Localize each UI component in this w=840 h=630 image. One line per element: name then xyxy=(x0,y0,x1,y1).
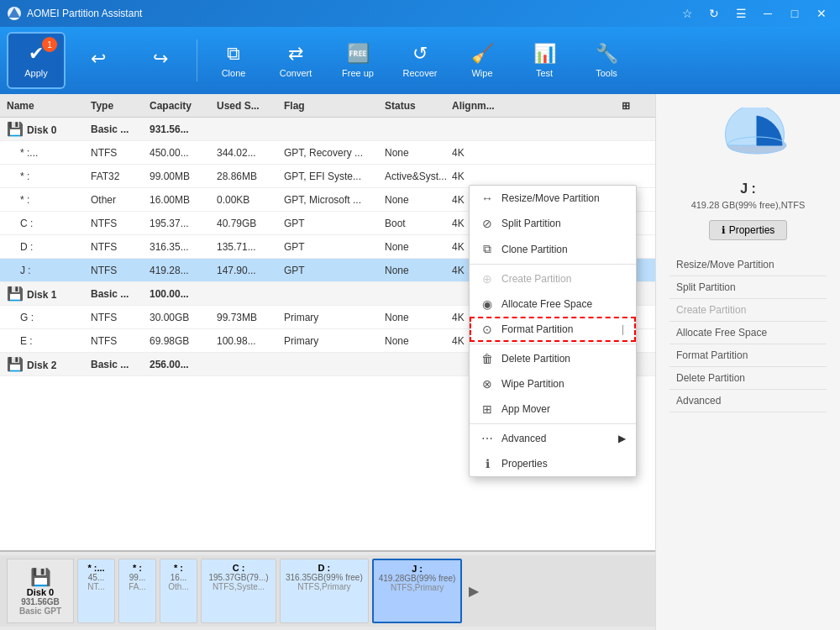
freeup-icon: 🆓 xyxy=(347,43,370,65)
freeup-button[interactable]: 🆓 Free up xyxy=(328,32,387,89)
cursor-indicator: │ xyxy=(621,325,626,334)
properties-button[interactable]: ℹ Properties xyxy=(709,220,788,240)
resize-icon: ↔ xyxy=(480,192,495,205)
ctx-properties-label: Properties xyxy=(501,458,548,470)
properties-icon: ℹ xyxy=(480,457,495,470)
recover-icon: ↺ xyxy=(412,43,428,65)
advanced-arrow-icon: ▶ xyxy=(618,433,626,444)
convert-button[interactable]: ⇄ Convert xyxy=(266,32,325,89)
ctx-clone[interactable]: ⧉ Clone Partition xyxy=(470,236,636,262)
ctx-format[interactable]: ⊙ Format Partition │ xyxy=(470,317,636,342)
window-controls: ☆ ↻ ☰ ─ □ ✕ xyxy=(675,4,833,23)
advanced-icon: ⋯ xyxy=(480,432,495,445)
ctx-resize[interactable]: ↔ Resize/Move Partition xyxy=(470,186,636,211)
maximize-button[interactable]: □ xyxy=(783,4,806,23)
right-menu-create[interactable]: Create Partition xyxy=(669,299,827,322)
disk-visual-container: 💾 Disk 0 931.56GB Basic GPT * :... 45...… xyxy=(0,550,655,630)
ctx-appmover[interactable]: ⊞ App Mover xyxy=(470,396,636,422)
ctx-advanced-label: Advanced xyxy=(501,433,546,444)
ctx-split-label: Split Partition xyxy=(501,218,561,229)
clone-button[interactable]: ⧉ Clone xyxy=(204,32,263,89)
tools-button[interactable]: 🔧 Tools xyxy=(577,32,636,89)
ctx-appmover-label: App Mover xyxy=(501,403,550,415)
appmover-icon: ⊞ xyxy=(480,402,495,416)
clone-icon: ⧉ xyxy=(480,242,495,256)
col-header-flag: Flag xyxy=(284,100,385,112)
wipe-button[interactable]: 🧹 Wipe xyxy=(453,32,512,89)
wipe-label: Wipe xyxy=(471,68,492,78)
redo-button[interactable]: ↪ xyxy=(131,32,190,89)
allocate-icon: ◉ xyxy=(480,297,495,311)
right-menu-format[interactable]: Format Partition xyxy=(669,344,827,367)
minimize-button[interactable]: ─ xyxy=(756,4,780,23)
main-area: Name Type Capacity Used S... Flag Status… xyxy=(0,94,840,630)
right-panel: J : 419.28 GB(99% free),NTFS ℹ Propertie… xyxy=(655,94,840,630)
ctx-allocate[interactable]: ◉ Allocate Free Space xyxy=(470,291,636,317)
properties-label: Properties xyxy=(729,224,775,236)
ctx-create[interactable]: ⊕ Create Partition xyxy=(470,266,636,291)
disk-pie-chart xyxy=(706,108,790,175)
ctx-advanced[interactable]: ⋯ Advanced ▶ xyxy=(470,426,636,451)
app-icon xyxy=(7,6,22,21)
ctx-wipe[interactable]: ⊗ Wipe Partition xyxy=(470,371,636,396)
convert-label: Convert xyxy=(280,68,312,78)
table-header: Name Type Capacity Used S... Flag Status… xyxy=(0,94,655,118)
right-menu-allocate[interactable]: Allocate Free Space xyxy=(669,322,827,344)
wipe-icon: ⊗ xyxy=(480,377,495,391)
apply-badge: 1 xyxy=(42,37,57,52)
drive-label: J : xyxy=(740,181,756,197)
tools-label: Tools xyxy=(596,68,617,78)
star-button[interactable]: ☆ xyxy=(675,4,699,23)
ctx-split[interactable]: ⊘ Split Partition xyxy=(470,211,636,236)
ctx-create-label: Create Partition xyxy=(501,273,571,285)
scroll-right-arrow[interactable]: ▶ xyxy=(465,559,482,623)
refresh-button[interactable]: ↻ xyxy=(702,4,726,23)
test-label: Test xyxy=(536,68,553,78)
right-menu-advanced[interactable]: Advanced xyxy=(669,390,827,412)
col-header-type: Type xyxy=(91,100,150,112)
recover-label: Recover xyxy=(403,68,438,78)
recover-button[interactable]: ↺ Recover xyxy=(391,32,449,89)
ctx-wipe-label: Wipe Partition xyxy=(501,378,564,390)
ctx-properties[interactable]: ℹ Properties xyxy=(470,451,636,476)
test-button[interactable]: 📊 Test xyxy=(515,32,574,89)
ctx-clone-label: Clone Partition xyxy=(501,244,568,255)
right-menu-delete[interactable]: Delete Partition xyxy=(669,367,827,390)
split-icon: ⊘ xyxy=(480,217,495,230)
col-header-status: Status xyxy=(385,100,452,112)
convert-icon: ⇄ xyxy=(288,43,303,65)
col-header-capacity: Capacity xyxy=(150,100,217,112)
title-bar: AOMEI Partition Assistant ☆ ↻ ☰ ─ □ ✕ xyxy=(0,0,840,27)
disk-segment[interactable]: C : 195.37GB(79...) NTFS,Syste... xyxy=(201,559,276,623)
disk-capacity: 931.56... xyxy=(150,123,217,135)
table-row[interactable]: 💾Disk 0 Basic ... 931.56... xyxy=(0,118,655,141)
ctx-separator1 xyxy=(470,264,636,265)
context-menu: ↔ Resize/Move Partition ⊘ Split Partitio… xyxy=(469,185,637,477)
drive-info: 419.28 GB(99% free),NTFS xyxy=(691,200,806,210)
col-header-name: Name xyxy=(7,100,91,112)
app-title: AOMEI Partition Assistant xyxy=(27,8,675,19)
apply-button[interactable]: 1 ✔ Apply xyxy=(7,32,66,89)
disk0-label-col[interactable]: 💾 Disk 0 931.56GB Basic GPT xyxy=(7,559,74,623)
tools-icon: 🔧 xyxy=(596,43,618,65)
right-menu-split[interactable]: Split Partition xyxy=(669,276,827,299)
redo-icon: ↪ xyxy=(153,48,168,70)
disk-segment[interactable]: D : 316.35GB(99% free) NTFS,Primary xyxy=(280,559,369,623)
disk-segment[interactable]: * :... 45... NT... xyxy=(77,559,115,623)
right-menu-resize[interactable]: Resize/Move Partition xyxy=(669,254,827,276)
disk-name: 💾Disk 0 xyxy=(7,121,91,137)
col-header-align: Alignm... xyxy=(452,100,519,112)
menu-button[interactable]: ☰ xyxy=(729,4,753,23)
col-settings-icon[interactable]: ⊞ xyxy=(622,100,638,112)
apply-label: Apply xyxy=(24,68,48,78)
disk-segment[interactable]: * : 99... FA... xyxy=(118,559,156,623)
table-row[interactable]: * :... NTFS 450.00... 344.02... GPT, Rec… xyxy=(0,141,655,165)
disk-segment[interactable]: * : 16... Oth... xyxy=(160,559,197,623)
info-icon: ℹ xyxy=(722,224,726,236)
disk-segment-j[interactable]: J : 419.28GB(99% free) NTFS,Primary xyxy=(372,559,463,623)
create-icon: ⊕ xyxy=(480,272,495,286)
ctx-delete[interactable]: 🗑 Delete Partition xyxy=(470,346,636,371)
col-header-used: Used S... xyxy=(217,100,284,112)
close-button[interactable]: ✕ xyxy=(810,4,833,23)
undo-button[interactable]: ↩ xyxy=(69,32,128,89)
